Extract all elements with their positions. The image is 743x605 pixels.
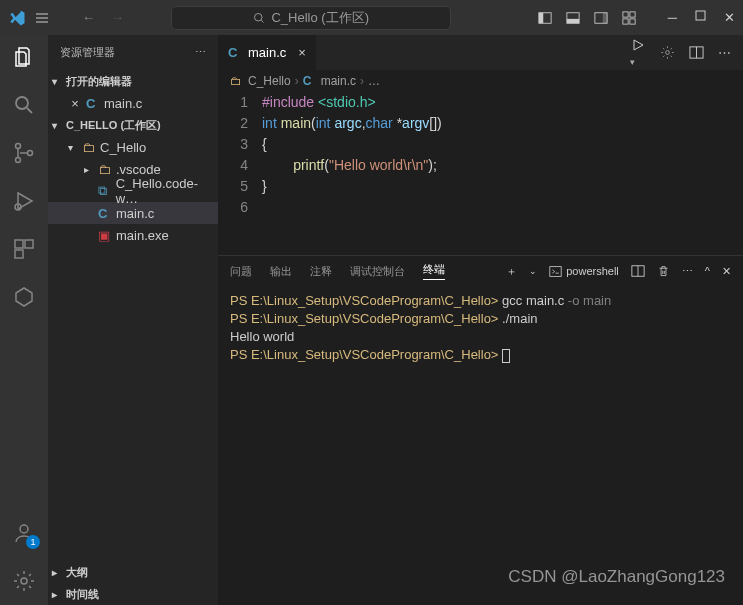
svg-point-22 <box>666 51 670 55</box>
svg-point-21 <box>21 578 27 584</box>
chevron-right-icon: ▸ <box>84 164 94 175</box>
folder-icon: 🗀 <box>230 74 244 88</box>
terminal-cursor <box>502 349 510 363</box>
file-c-icon: C <box>86 96 100 111</box>
editor-area: C main.c × ▾ ⋯ 🗀 C_Hello › C main.c › … … <box>218 35 743 605</box>
accounts-badge: 1 <box>26 535 40 549</box>
panel-tab-problems[interactable]: 问题 <box>230 264 252 279</box>
file-c-icon: C <box>98 206 112 221</box>
svg-point-0 <box>255 13 263 21</box>
layout-panel-icon[interactable] <box>566 11 580 25</box>
explorer-icon[interactable] <box>12 45 36 69</box>
sidebar-more-icon[interactable]: ⋯ <box>195 46 206 59</box>
svg-rect-17 <box>15 240 23 248</box>
terminal-dropdown-icon[interactable]: ⌄ <box>529 266 537 276</box>
svg-point-14 <box>16 158 21 163</box>
panel-tab-comments[interactable]: 注释 <box>310 264 332 279</box>
svg-rect-4 <box>567 18 579 22</box>
kill-terminal-icon[interactable] <box>657 265 670 278</box>
vscode-logo-icon <box>8 9 26 27</box>
close-panel-icon[interactable]: ✕ <box>722 265 731 278</box>
accounts-icon[interactable]: 1 <box>12 521 36 545</box>
svg-rect-7 <box>623 11 628 16</box>
chevron-down-icon: ▾ <box>68 142 78 153</box>
panel-tab-terminal[interactable]: 终端 <box>423 262 445 280</box>
command-center-search[interactable]: C_Hello (工作区) <box>171 6 451 30</box>
file-code-icon: ⧉ <box>98 183 112 199</box>
panel-more-icon[interactable]: ⋯ <box>682 265 693 278</box>
svg-point-20 <box>20 525 28 533</box>
explorer-sidebar: 资源管理器 ⋯ ▾ 打开的编辑器 × C main.c ▾ C_HELLO (工… <box>48 35 218 605</box>
svg-point-12 <box>16 97 28 109</box>
editor-tab[interactable]: C main.c × <box>218 35 317 70</box>
code-editor[interactable]: 123456 #include <stdio.h> int main(int a… <box>218 92 743 255</box>
panel-tabs: 问题 输出 注释 调试控制台 终端 ＋ ⌄ powershell ⋯ ^ ✕ <box>218 256 743 286</box>
settings-icon[interactable] <box>660 45 675 60</box>
extensions-icon[interactable] <box>12 237 36 261</box>
close-editor-icon[interactable]: × <box>68 96 82 111</box>
svg-rect-19 <box>15 250 23 258</box>
nav-back-icon[interactable]: ← <box>82 10 95 25</box>
svg-point-13 <box>16 144 21 149</box>
chevron-down-icon: ▾ <box>52 76 62 87</box>
svg-rect-25 <box>550 266 561 276</box>
outline-section[interactable]: ▸ 大纲 <box>48 561 218 583</box>
terminal[interactable]: PS E:\Linux_Setup\VSCodeProgram\C_Hello>… <box>218 286 743 605</box>
sidebar-title: 资源管理器 <box>60 45 115 60</box>
svg-rect-6 <box>603 12 607 23</box>
open-editor-item[interactable]: × C main.c <box>48 92 218 114</box>
search-icon <box>253 12 265 24</box>
folder-icon: 🗀 <box>82 140 96 155</box>
breadcrumb[interactable]: 🗀 C_Hello › C main.c › … <box>218 70 743 92</box>
settings-gear-icon[interactable] <box>12 569 36 593</box>
nav-forward-icon[interactable]: → <box>111 10 124 25</box>
svg-rect-9 <box>623 18 628 23</box>
svg-rect-10 <box>630 18 635 23</box>
file-exe-icon: ▣ <box>98 228 112 243</box>
file-row[interactable]: ▣ main.exe <box>48 224 218 246</box>
layout-sidebar-right-icon[interactable] <box>594 11 608 25</box>
run-icon[interactable]: ▾ <box>630 37 646 68</box>
folder-row[interactable]: ▾ 🗀 C_Hello <box>48 136 218 158</box>
line-number-gutter: 123456 <box>218 92 262 255</box>
chevron-right-icon: ▸ <box>52 567 62 578</box>
open-editors-section[interactable]: ▾ 打开的编辑器 <box>48 70 218 92</box>
chevron-right-icon: › <box>295 74 299 88</box>
panel-tab-debug[interactable]: 调试控制台 <box>350 264 405 279</box>
more-actions-icon[interactable]: ⋯ <box>718 45 731 60</box>
shell-kind-icon[interactable]: powershell <box>549 265 619 278</box>
maximize-panel-icon[interactable]: ^ <box>705 265 710 277</box>
run-debug-icon[interactable] <box>12 189 36 213</box>
window-minimize-icon[interactable]: ─ <box>668 10 677 25</box>
svg-rect-11 <box>696 11 705 20</box>
editor-tabs: C main.c × ▾ ⋯ <box>218 35 743 70</box>
chevron-right-icon: ▸ <box>52 589 62 600</box>
file-c-icon: C <box>303 74 317 88</box>
search-text: C_Hello (工作区) <box>271 9 369 27</box>
layout-customize-icon[interactable] <box>622 11 636 25</box>
source-control-icon[interactable] <box>12 141 36 165</box>
svg-rect-18 <box>25 240 33 248</box>
layout-sidebar-left-icon[interactable] <box>538 11 552 25</box>
minimap[interactable] <box>693 92 743 255</box>
new-terminal-icon[interactable]: ＋ <box>506 264 517 279</box>
file-row[interactable]: ⧉ C_Hello.code-w… <box>48 180 218 202</box>
split-terminal-icon[interactable] <box>631 264 645 278</box>
timeline-section[interactable]: ▸ 时间线 <box>48 583 218 605</box>
panel-tab-output[interactable]: 输出 <box>270 264 292 279</box>
window-maximize-icon[interactable] <box>695 10 706 25</box>
chevron-down-icon: ▾ <box>52 120 62 131</box>
chevron-right-icon: › <box>360 74 364 88</box>
workspace-section[interactable]: ▾ C_HELLO (工作区) <box>48 114 218 136</box>
close-tab-icon[interactable]: × <box>298 45 306 60</box>
file-c-icon: C <box>228 45 242 60</box>
code-lines[interactable]: #include <stdio.h> int main(int argc,cha… <box>262 92 743 255</box>
remote-icon[interactable] <box>12 285 36 309</box>
svg-point-15 <box>28 151 33 156</box>
window-close-icon[interactable]: ✕ <box>724 10 735 25</box>
split-editor-icon[interactable] <box>689 45 704 60</box>
folder-icon: 🗀 <box>98 162 112 177</box>
search-activity-icon[interactable] <box>12 93 36 117</box>
bottom-panel: 问题 输出 注释 调试控制台 终端 ＋ ⌄ powershell ⋯ ^ ✕ P… <box>218 255 743 605</box>
menu-icon[interactable] <box>34 10 50 26</box>
